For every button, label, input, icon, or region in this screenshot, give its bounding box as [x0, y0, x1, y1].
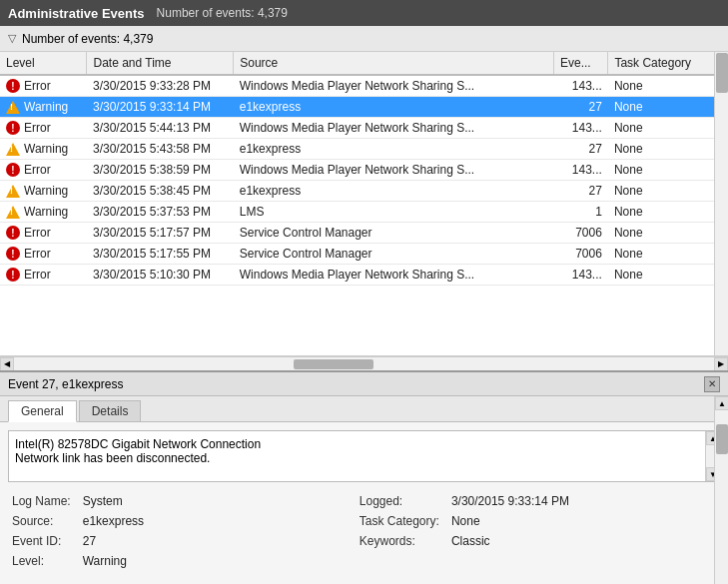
top-bar-event-count: Number of events: 4,379 [157, 6, 288, 20]
prop-label: Logged: [356, 492, 443, 510]
col-header-datetime[interactable]: Date and Time [87, 52, 234, 75]
cell-level: !Error [0, 118, 87, 139]
table-row[interactable]: !Error3/30/2015 5:10:30 PMWindows Media … [0, 265, 728, 286]
cell-level: !Error [0, 223, 87, 244]
cell-datetime: 3/30/2015 5:10:30 PM [87, 265, 234, 286]
event-message-line1: Intel(R) 82578DC Gigabit Network Connect… [15, 437, 713, 451]
cell-task: None [608, 202, 728, 223]
event-scroll-thumb[interactable] [716, 424, 728, 454]
prop-value: 3/30/2015 9:33:14 PM [447, 492, 720, 510]
event-message-line2: Network link has been disconnected. [15, 451, 713, 465]
cell-event: 7006 [554, 223, 608, 244]
level-label: Error [24, 163, 51, 177]
h-scroll-right-arrow[interactable]: ▶ [714, 357, 728, 371]
cell-event: 143... [554, 75, 608, 97]
top-bar-title: Administrative Events [8, 6, 145, 21]
table-row[interactable]: !Error3/30/2015 5:17:57 PMService Contro… [0, 223, 728, 244]
prop-value: Warning [79, 552, 352, 570]
cell-level: !Error [0, 244, 87, 265]
filter-count-text: Number of events: 4,379 [22, 32, 153, 46]
cell-datetime: 3/30/2015 5:38:45 PM [87, 181, 234, 202]
cell-event: 143... [554, 160, 608, 181]
event-general-content: Intel(R) 82578DC Gigabit Network Connect… [0, 422, 728, 584]
cell-datetime: 3/30/2015 5:17:57 PM [87, 223, 234, 244]
prop-label: Source: [8, 512, 75, 530]
events-table-container: Level Date and Time Source Eve... Task C… [0, 52, 728, 356]
cell-task: None [608, 223, 728, 244]
cell-event: 27 [554, 139, 608, 160]
col-header-level[interactable]: Level [0, 52, 87, 75]
prop-value [447, 552, 720, 570]
level-label: Warning [24, 142, 68, 156]
tab-details[interactable]: Details [79, 400, 142, 421]
prop-value: None [447, 512, 720, 530]
table-row[interactable]: !Warning3/30/2015 5:37:53 PMLMS1None [0, 202, 728, 223]
h-scroll-track[interactable] [14, 358, 714, 370]
table-row[interactable]: !Warning3/30/2015 5:38:45 PMe1kexpress27… [0, 181, 728, 202]
prop-value: System [79, 492, 352, 510]
prop-label: Event ID: [8, 532, 75, 550]
tab-general[interactable]: General [8, 400, 77, 422]
cell-task: None [608, 75, 728, 97]
cell-datetime: 3/30/2015 9:33:28 PM [87, 75, 234, 97]
cell-level: !Warning [0, 97, 87, 118]
table-vertical-scrollbar[interactable] [714, 52, 728, 355]
cell-event: 7006 [554, 244, 608, 265]
error-icon: ! [6, 226, 20, 240]
event-detail-tabs: General Details [0, 396, 728, 422]
cell-task: None [608, 244, 728, 265]
event-detail-scrollbar[interactable]: ▲ ▼ [714, 396, 728, 584]
table-row[interactable]: !Error3/30/2015 5:44:13 PMWindows Media … [0, 118, 728, 139]
col-header-source[interactable]: Source [234, 52, 554, 75]
cell-task: None [608, 118, 728, 139]
h-scroll-left-arrow[interactable]: ◀ [0, 357, 14, 371]
cell-datetime: 3/30/2015 5:44:13 PM [87, 118, 234, 139]
event-properties: Log Name:SystemLogged:3/30/2015 9:33:14 … [8, 492, 720, 570]
cell-event: 27 [554, 97, 608, 118]
table-row[interactable]: !Warning3/30/2015 5:43:58 PMe1kexpress27… [0, 139, 728, 160]
error-icon: ! [6, 247, 20, 261]
top-bar: Administrative Events Number of events: … [0, 0, 728, 26]
error-icon: ! [6, 163, 20, 177]
cell-level: !Error [0, 265, 87, 286]
close-button[interactable]: ✕ [704, 376, 720, 392]
cell-datetime: 3/30/2015 5:17:55 PM [87, 244, 234, 265]
prop-label [356, 552, 443, 570]
cell-source: e1kexpress [234, 181, 554, 202]
level-label: Error [24, 247, 51, 261]
scroll-thumb[interactable] [716, 53, 728, 93]
horizontal-scrollbar[interactable]: ◀ ▶ [0, 356, 728, 370]
col-header-event[interactable]: Eve... [554, 52, 608, 75]
table-row[interactable]: !Error3/30/2015 9:33:28 PMWindows Media … [0, 75, 728, 97]
cell-source: Windows Media Player Network Sharing S..… [234, 160, 554, 181]
table-row[interactable]: !Error3/30/2015 5:17:55 PMService Contro… [0, 244, 728, 265]
cell-event: 143... [554, 118, 608, 139]
cell-task: None [608, 265, 728, 286]
prop-value: 27 [79, 532, 352, 550]
event-scroll-up[interactable]: ▲ [715, 396, 728, 410]
cell-source: Service Control Manager [234, 223, 554, 244]
event-detail-title: Event 27, e1kexpress [8, 377, 123, 391]
col-header-task[interactable]: Task Category [608, 52, 728, 75]
table-row[interactable]: !Error3/30/2015 5:38:59 PMWindows Media … [0, 160, 728, 181]
level-label: Warning [24, 100, 68, 114]
prop-label: Level: [8, 552, 75, 570]
table-header-row: Level Date and Time Source Eve... Task C… [0, 52, 728, 75]
cell-event: 143... [554, 265, 608, 286]
cell-task: None [608, 139, 728, 160]
table-row[interactable]: !Warning3/30/2015 9:33:14 PMe1kexpress27… [0, 97, 728, 118]
h-scroll-thumb[interactable] [294, 359, 373, 369]
cell-source: e1kexpress [234, 139, 554, 160]
prop-label: Log Name: [8, 492, 75, 510]
cell-level: !Warning [0, 202, 87, 223]
level-label: Warning [24, 184, 68, 198]
cell-event: 27 [554, 181, 608, 202]
cell-source: LMS [234, 202, 554, 223]
prop-value: e1kexpress [79, 512, 352, 530]
cell-datetime: 3/30/2015 5:38:59 PM [87, 160, 234, 181]
error-icon: ! [6, 79, 20, 93]
cell-datetime: 3/30/2015 9:33:14 PM [87, 97, 234, 118]
error-icon: ! [6, 268, 20, 282]
filter-bar: ▽ Number of events: 4,379 [0, 26, 728, 52]
cell-level: !Error [0, 75, 87, 97]
